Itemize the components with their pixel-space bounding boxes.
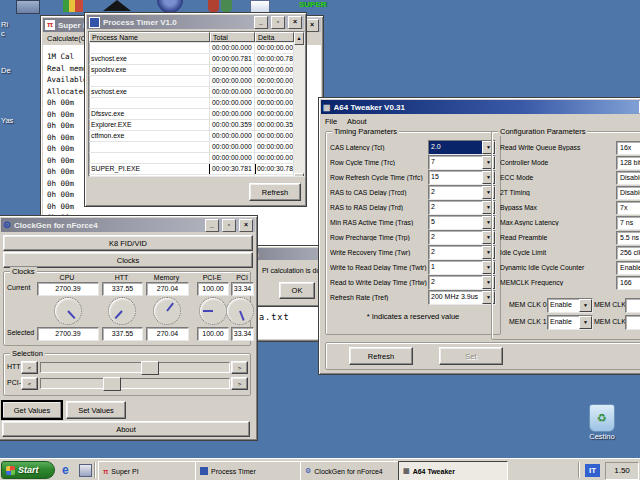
table-row[interactable]: 00:00:00.00000:00:00.000 (89, 142, 294, 153)
htt-slider-track[interactable] (40, 362, 230, 373)
set-values-button[interactable]: Set Values (66, 401, 126, 419)
clockgen-window: ⚙ ClockGen for nForce4 _ ▫ × K8 FID/VID … (0, 215, 258, 441)
timing-combobox[interactable]: 2▼ (428, 200, 496, 215)
taskbar-button-process-timer[interactable]: Process Timer (195, 461, 305, 480)
selection-group: Selection (3, 353, 251, 396)
table-row[interactable]: spoolsv.exe00:00:00.00000:00:00.000 (89, 65, 294, 76)
taskbar-button-clockgen[interactable]: ⚙ ClockGen for nForce4 (300, 461, 404, 480)
timing-combobox[interactable]: 2▼ (428, 185, 496, 200)
htt-slider-right-button[interactable]: > (231, 361, 248, 374)
cas-latency-combobox[interactable]: 2.0▼ (428, 140, 496, 155)
pcie-slider-left-button[interactable]: < (21, 377, 38, 390)
timing-combobox[interactable]: 2▼ (428, 275, 496, 290)
config-value[interactable]: 128 bit (616, 156, 640, 170)
table-row[interactable]: svchost.exe00:00:00.78100:00:00.781 (89, 54, 294, 65)
timing-combobox[interactable]: 1▼ (428, 260, 496, 275)
menu-file[interactable]: File (325, 117, 337, 126)
table-row[interactable]: ProcessTimer.exe00:00:00.00000:00:00.000 (89, 175, 294, 177)
pcie-slider-right-button[interactable]: > (231, 377, 248, 390)
config-value[interactable]: 166 (616, 276, 640, 290)
table-row[interactable]: 00:00:00.00000:00:00.000 (89, 98, 294, 109)
recycle-bin-icon[interactable]: ♻ (589, 404, 615, 432)
column-header-cpu: CPU (37, 274, 97, 281)
paint-icon[interactable] (63, 0, 83, 12)
config-value[interactable]: 16x (616, 141, 640, 155)
table-row[interactable]: ctfmon.exe00:00:00.00000:00:00.000 (89, 131, 294, 142)
taskbar-button-a64-tweaker[interactable]: ▦ A64 Tweaker (398, 461, 508, 480)
about-button[interactable]: About (2, 421, 250, 437)
current-cpu: 2700.39 (37, 282, 99, 296)
a64-titlebar[interactable]: ▦ A64 Tweaker V0.31 _ ▫ × (321, 100, 640, 114)
htt-slider-left-button[interactable]: < (21, 361, 38, 374)
htt-slider-thumb[interactable] (141, 361, 159, 375)
taskbar-button-superpi[interactable]: π Super PI (98, 461, 200, 480)
selected-pci: 33.34 (231, 327, 254, 341)
table-row[interactable]: Dfssvc.exe00:00:00.00000:00:00.000 (89, 109, 294, 120)
timing-combobox[interactable]: 7▼ (428, 155, 496, 170)
memclk0-combobox[interactable]: Enable▼ (547, 298, 593, 313)
timing-combobox[interactable]: 2▼ (428, 230, 496, 245)
scroll-down-icon[interactable]: ▼ (294, 173, 304, 177)
config-value[interactable]: 256 clks (616, 246, 640, 260)
table-row[interactable]: 00:00:00.00000:00:00.000 (89, 76, 294, 87)
timing-combobox[interactable]: 15▼ (428, 170, 496, 185)
config-value[interactable]: Enable (616, 261, 640, 275)
timing-row: Min RAS Active Time (Tras)5▼ (330, 215, 496, 230)
minimize-button[interactable]: _ (254, 16, 268, 29)
k8-fid-vid-button[interactable]: K8 FID/VID (3, 235, 253, 251)
clocks-tab-button[interactable]: Clocks (3, 252, 253, 268)
close-button[interactable]: × (305, 19, 319, 32)
my-computer-icon[interactable] (16, 0, 40, 14)
table-row[interactable]: Explorer.EXE00:00:00.35900:00:00.359 (89, 120, 294, 131)
config-value[interactable]: 7 ns (616, 216, 640, 230)
get-values-button[interactable]: Get Values (2, 401, 62, 419)
pcie-slider-thumb[interactable] (103, 377, 121, 391)
table-row[interactable]: svchost.exe00:00:00.00000:00:00.000 (89, 87, 294, 98)
set-button[interactable]: Set (439, 347, 503, 365)
scroll-up-icon[interactable]: ▲ (294, 32, 304, 45)
timing-combobox[interactable]: 200 MHz 3.9us▼ (428, 290, 496, 305)
current-htt: 337.55 (102, 282, 143, 296)
config-row: MEMCLK Frequency166 (500, 275, 640, 290)
refresh-button[interactable]: Refresh (249, 183, 301, 201)
tray-clock[interactable]: 1.50 (605, 462, 639, 480)
menu-calculate[interactable]: Calculate(C) (47, 34, 89, 43)
ie-quicklaunch-icon[interactable]: e (62, 463, 75, 476)
timing-combobox[interactable]: 2▼ (428, 245, 496, 260)
a64-app-icon: ▦ (323, 103, 331, 112)
config-value[interactable]: Disable (616, 171, 640, 185)
clockgen-titlebar[interactable]: ⚙ ClockGen for nForce4 _ ▫ × (1, 218, 255, 232)
language-indicator[interactable]: IT (585, 464, 600, 477)
people-icon-2[interactable] (221, 0, 232, 12)
minimize-button[interactable]: _ (205, 219, 219, 232)
config-value[interactable]: 7x (616, 201, 640, 215)
refresh-button[interactable]: Refresh (349, 347, 413, 365)
config-value[interactable]: 5.5 ns (616, 231, 640, 245)
memclk1-combobox[interactable]: Enable▼ (547, 315, 593, 330)
process-timer-titlebar[interactable]: Process Timer V1.0 _ ▫ × (87, 15, 304, 29)
table-row[interactable]: 00:00:00.00000:00:00.000 (89, 153, 294, 164)
memclk2-combobox[interactable]: ▼ (625, 298, 640, 313)
ok-button[interactable]: OK (279, 282, 315, 299)
start-button[interactable]: Start (1, 461, 55, 479)
current-pci: 33.34 (231, 282, 254, 296)
table-scrollbar[interactable]: ▲ ▼ (294, 32, 304, 177)
people-icon[interactable] (208, 0, 219, 12)
table-row-selected[interactable]: SUPER_PI.EXE00:00:30.78100:00:30.781 (89, 164, 294, 175)
maximize-button[interactable]: ▫ (222, 219, 236, 232)
maximize-button[interactable]: ▫ (271, 16, 285, 29)
memclk3-combobox[interactable]: ▼ (625, 315, 640, 330)
timing-combobox[interactable]: 5▼ (428, 215, 496, 230)
close-button[interactable]: × (288, 16, 302, 29)
pyramid-icon[interactable] (103, 0, 131, 11)
process-table-header[interactable]: Process NameTotalDelta (89, 32, 294, 43)
config-value[interactable]: Disable (616, 186, 640, 200)
selected-label: Selected (7, 329, 34, 336)
close-button[interactable]: × (239, 219, 253, 232)
pcie-slider-track[interactable] (40, 378, 230, 389)
timing-row: Write to Read Delay Time (Twtr)1▼ (330, 260, 496, 275)
selected-cpu: 2700.39 (37, 327, 99, 341)
show-desktop-icon[interactable] (79, 464, 92, 477)
table-row[interactable]: 00:00:00.00000:00:00.000 (89, 43, 294, 54)
menu-about[interactable]: About (347, 117, 367, 126)
